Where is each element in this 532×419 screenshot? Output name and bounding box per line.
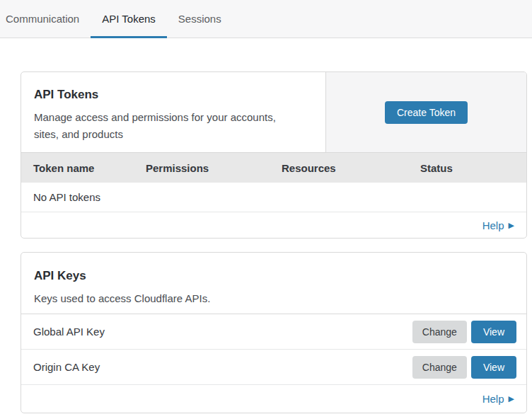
- api-tokens-help-link[interactable]: Help ▶: [482, 219, 514, 231]
- origin-ca-key-change-button[interactable]: Change: [412, 356, 467, 379]
- api-keys-description: Keys used to access Cloudflare APIs.: [34, 290, 297, 307]
- api-keys-help-label: Help: [482, 393, 504, 405]
- tokens-empty-row: No API tokens: [21, 183, 526, 212]
- api-key-name-origin-ca: Origin CA Key: [33, 361, 412, 373]
- api-tokens-card-header: API Tokens Manage access and permissions…: [21, 72, 526, 153]
- api-tokens-description: Manage access and permissions for your a…: [34, 109, 297, 143]
- tab-bar: Communication API Tokens Sessions: [0, 0, 532, 38]
- tab-api-tokens[interactable]: API Tokens: [91, 0, 167, 38]
- tokens-empty-message: No API tokens: [33, 191, 100, 203]
- tokens-table-header-row: Token name Permissions Resources Status: [21, 153, 526, 183]
- api-keys-card-footer: Help ▶: [21, 385, 526, 413]
- api-tokens-help-label: Help: [482, 219, 504, 231]
- api-keys-card-header: API Keys Keys used to access Cloudflare …: [21, 253, 526, 314]
- api-keys-help-link[interactable]: Help ▶: [482, 393, 514, 405]
- api-tokens-card: API Tokens Manage access and permissions…: [21, 71, 527, 239]
- tokens-col-header-resources: Resources: [270, 162, 408, 174]
- api-tokens-title: API Tokens: [34, 86, 313, 103]
- global-api-key-view-button[interactable]: View: [471, 321, 516, 343]
- api-tokens-header-action-area: Create Token: [325, 72, 526, 152]
- api-tokens-header-text: API Tokens Manage access and permissions…: [21, 72, 325, 152]
- api-key-row-global: Global API Key Change View: [21, 314, 526, 350]
- main-content: API Tokens Manage access and permissions…: [21, 71, 527, 413]
- origin-ca-key-view-button[interactable]: View: [471, 356, 516, 379]
- help-arrow-icon: ▶: [509, 222, 514, 229]
- api-key-name-global: Global API Key: [33, 326, 412, 338]
- api-key-row-origin-ca: Origin CA Key Change View: [21, 350, 526, 385]
- create-token-button[interactable]: Create Token: [385, 101, 468, 124]
- tokens-col-header-status: Status: [408, 162, 526, 174]
- tokens-col-header-permissions: Permissions: [134, 162, 270, 174]
- tab-sessions[interactable]: Sessions: [167, 0, 233, 38]
- api-keys-card: API Keys Keys used to access Cloudflare …: [21, 252, 527, 413]
- api-tokens-card-footer: Help ▶: [21, 212, 526, 238]
- global-api-key-change-button[interactable]: Change: [412, 321, 467, 343]
- help-arrow-icon: ▶: [509, 395, 514, 403]
- api-keys-title: API Keys: [34, 268, 514, 285]
- tab-communication[interactable]: Communication: [6, 0, 91, 38]
- tokens-col-header-token-name: Token name: [21, 162, 134, 174]
